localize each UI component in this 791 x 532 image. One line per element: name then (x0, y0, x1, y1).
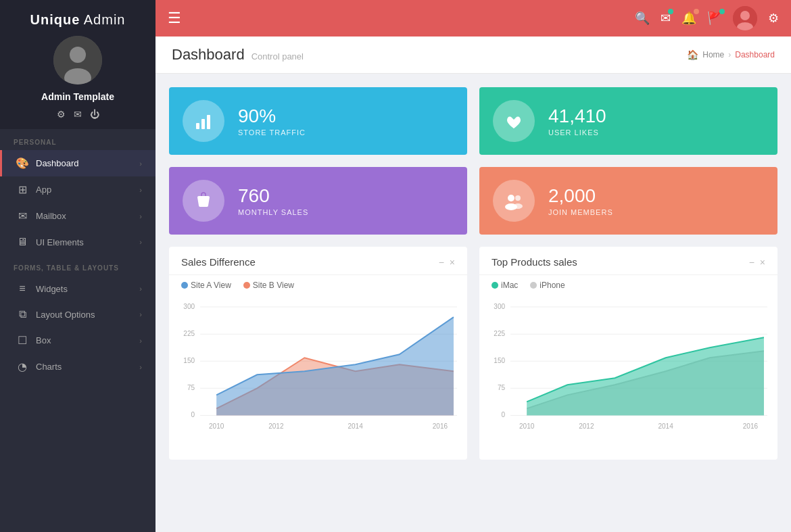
legend-dot-iphone (530, 282, 537, 289)
sidebar-section-forms: FORMS, TABLE & LAYOUTS (0, 255, 155, 276)
chevron-right-icon: › (139, 160, 142, 168)
monthly-sales-icon (183, 180, 224, 222)
sidebar-item-dashboard[interactable]: 🎨 Dashboard › (0, 150, 155, 176)
sidebar-item-label: Box (36, 335, 51, 345)
sidebar: Unique Admin Admin Template ⚙ ✉ ⏻ PERSON… (0, 0, 155, 532)
sidebar-item-widgets[interactable]: ≡ Widgets › (0, 276, 155, 301)
close-button[interactable]: × (450, 257, 455, 268)
app-icon: ⊞ (16, 183, 29, 196)
layout-icon: ⧉ (16, 308, 29, 320)
stat-card-monthly-sales: 760 MONTHLY SALES (169, 167, 467, 235)
sidebar-item-layout-options[interactable]: ⧉ Layout Options › (0, 301, 155, 327)
topbar: ☰ 🔍 ✉ 🔔 🚩 ⚙ (155, 0, 791, 37)
chevron-right-icon: › (139, 186, 142, 194)
breadcrumb-home[interactable]: Home (702, 50, 724, 59)
svg-text:300: 300 (494, 303, 505, 310)
page-header: Dashboard Control panel 🏠 Home › Dashboa… (155, 37, 791, 74)
stat-value: 41,410 (548, 105, 606, 127)
avatar (53, 36, 102, 84)
chevron-right-icon: › (139, 212, 142, 220)
legend-imac: iMac (492, 281, 518, 290)
svg-text:0: 0 (501, 411, 505, 418)
settings-icon[interactable]: ⚙ (57, 109, 66, 120)
content-area: 90% STORE TRAFFIC 41,410 USER LIKES (155, 74, 791, 532)
menu-icon[interactable]: ☰ (168, 9, 181, 27)
main-content: ☰ 🔍 ✉ 🔔 🚩 ⚙ (155, 0, 791, 532)
flag-icon[interactable]: 🚩 (707, 11, 722, 26)
legend-site-b: Site B View (243, 281, 294, 290)
bell-icon[interactable]: 🔔 (681, 11, 696, 26)
breadcrumb-current: Dashboard (735, 50, 775, 59)
topbar-left: ☰ (168, 9, 181, 27)
widgets-icon: ≡ (16, 283, 29, 295)
user-likes-icon (493, 100, 535, 142)
svg-text:75: 75 (187, 384, 195, 391)
search-icon[interactable]: 🔍 (635, 11, 650, 26)
chevron-right-icon: › (139, 238, 142, 246)
sales-difference-panel: Sales Difference − × Site A View Site B … (169, 247, 467, 460)
svg-rect-6 (196, 123, 199, 129)
minimize-button[interactable]: − (439, 257, 444, 268)
svg-text:2012: 2012 (268, 422, 284, 430)
sidebar-item-app[interactable]: ⊞ App › (0, 176, 155, 203)
stat-card-store-traffic: 90% STORE TRAFFIC (169, 87, 467, 155)
svg-text:225: 225 (494, 330, 505, 337)
svg-point-4 (740, 11, 750, 20)
sidebar-user-actions: ⚙ ✉ ⏻ (57, 109, 99, 120)
sidebar-username: Admin Template (41, 91, 114, 102)
svg-text:2010: 2010 (209, 422, 224, 430)
mail-notification-icon[interactable]: ✉ (661, 11, 671, 26)
power-icon[interactable]: ⏻ (90, 109, 99, 120)
chart-header: Sales Difference − × (169, 247, 467, 275)
home-icon: 🏠 (687, 49, 698, 60)
stat-cards-row: 90% STORE TRAFFIC 41,410 USER LIKES (169, 87, 777, 235)
svg-point-1 (70, 47, 86, 63)
legend-dot-a (181, 282, 188, 289)
sidebar-item-label: Dashboard (36, 158, 79, 168)
sales-chart-legend: Site A View Site B View (169, 275, 467, 290)
stat-value: 90% (238, 105, 306, 127)
products-chart-svg: 300 225 150 75 0 2010 2012 (486, 290, 771, 453)
products-chart-body: 300 225 150 75 0 2010 2012 (479, 290, 777, 460)
svg-text:2016: 2016 (433, 422, 448, 430)
chevron-right-icon: › (139, 337, 142, 345)
chart-title: Sales Difference (181, 256, 256, 268)
app-logo: Unique Admin (30, 12, 126, 28)
sidebar-item-ui-elements[interactable]: 🖥 UI Elements › (0, 229, 155, 255)
svg-text:2010: 2010 (519, 422, 535, 430)
svg-rect-8 (207, 115, 210, 129)
sidebar-item-mailbox[interactable]: ✉ Mailbox › (0, 203, 155, 229)
svg-text:75: 75 (498, 384, 506, 391)
svg-text:2014: 2014 (658, 422, 673, 430)
sidebar-section-personal: PERSONAL (0, 129, 155, 150)
close-button[interactable]: × (760, 257, 765, 268)
page-title-area: Dashboard Control panel (172, 46, 304, 64)
legend-iphone: iPhone (530, 281, 565, 290)
stat-value: 760 (238, 185, 308, 207)
chevron-right-icon: › (139, 310, 142, 318)
chart-actions: − × (439, 257, 455, 268)
sidebar-item-label: Widgets (36, 284, 68, 294)
chart-header: Top Products sales − × (479, 247, 777, 275)
sidebar-item-box[interactable]: ☐ Box › (0, 327, 155, 354)
stat-label: MONTHLY SALES (238, 208, 308, 216)
stat-value: 2,000 (548, 185, 613, 207)
sidebar-item-charts[interactable]: ◔ Charts › (0, 354, 155, 380)
legend-dot-b (243, 282, 250, 289)
legend-dot-imac (492, 282, 498, 289)
minimize-button[interactable]: − (749, 257, 754, 268)
gear-icon[interactable]: ⚙ (768, 11, 779, 26)
page-title: Dashboard (172, 46, 245, 64)
sidebar-item-label: Charts (36, 362, 62, 372)
mail-icon[interactable]: ✉ (74, 109, 82, 120)
mail-icon: ✉ (16, 210, 29, 222)
svg-point-9 (508, 195, 514, 201)
topbar-avatar[interactable] (733, 6, 757, 30)
sidebar-item-label: UI Elements (36, 237, 84, 247)
svg-point-12 (513, 203, 523, 209)
legend-site-a: Site A View (181, 281, 231, 290)
stat-label: USER LIKES (548, 128, 606, 137)
sidebar-item-label: App (36, 185, 51, 195)
top-products-panel: Top Products sales − × iMac iPhone (479, 247, 777, 460)
svg-rect-7 (201, 119, 205, 129)
